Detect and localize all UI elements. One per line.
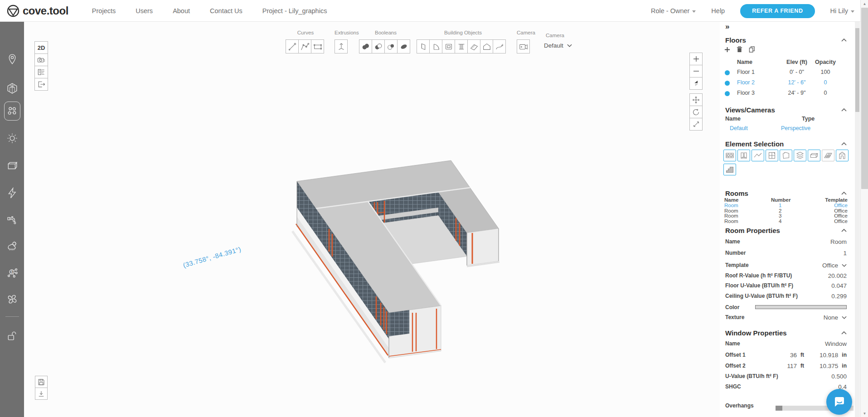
zoom-in-button[interactable] <box>689 53 703 65</box>
delete-floor-button[interactable] <box>737 46 742 53</box>
room-number[interactable]: 4 <box>779 218 781 224</box>
floor-elevation[interactable]: 24' - 9" <box>778 90 816 96</box>
sidebar-item-cost[interactable]: $ <box>0 263 24 281</box>
chevron-up-icon[interactable] <box>841 142 847 145</box>
floor-opacity[interactable]: 0 <box>811 90 839 96</box>
zoom-extents-button[interactable] <box>689 118 703 131</box>
chevron-up-icon[interactable] <box>841 331 847 335</box>
floor-row[interactable]: Floor 1 0' - 0" 100 <box>720 69 855 78</box>
sidebar-item-lock[interactable] <box>0 327 24 345</box>
covetool-logo[interactable]: cove.tool <box>6 4 68 18</box>
extrude-tool-button[interactable] <box>335 39 348 53</box>
offset2-ft[interactable]: 117 <box>787 363 797 369</box>
scroll-up-arrow[interactable]: ▲ <box>861 0 868 7</box>
floor-opacity[interactable]: 100 <box>811 69 839 75</box>
scroll-down-arrow[interactable]: ▼ <box>861 410 868 417</box>
chevron-up-icon[interactable] <box>841 108 847 112</box>
room-number[interactable]: 3 <box>779 213 781 218</box>
rectangle-tool-button[interactable] <box>311 39 324 53</box>
boolean-union-button[interactable] <box>359 39 372 53</box>
room-name[interactable]: Room <box>724 208 738 213</box>
download-button[interactable] <box>35 388 48 400</box>
user-menu[interactable]: Hi Lily <box>830 7 854 15</box>
room-template[interactable]: Office <box>834 208 848 213</box>
prop-value[interactable]: Room <box>830 238 847 245</box>
offset2-value[interactable]: 117ft 10.375in <box>787 363 847 369</box>
door-tool-button[interactable] <box>417 39 430 53</box>
model-canvas[interactable]: (33.758°, -84.391°) <box>24 22 720 417</box>
skylight-tool-button[interactable] <box>467 39 480 53</box>
room-template[interactable]: Office <box>834 218 848 224</box>
export-view-button[interactable] <box>34 78 48 91</box>
floor-row-selected[interactable]: Floor 2 12' - 6" 0 <box>720 79 855 88</box>
texture-dropdown[interactable]: None <box>824 314 847 321</box>
nav-item-projects[interactable]: Projects <box>92 7 116 15</box>
room-name[interactable]: Room <box>724 203 738 208</box>
chevron-up-icon[interactable] <box>841 39 847 42</box>
nav-item-project[interactable]: Project - Lily_graphics <box>262 7 327 15</box>
2d-view-button[interactable]: 2D <box>34 41 48 54</box>
pan-button[interactable] <box>689 93 703 106</box>
floor-elevation[interactable]: 0' - 0" <box>778 69 816 75</box>
nav-item-contact[interactable]: Contact Us <box>210 7 242 15</box>
floor-color-dot[interactable] <box>725 81 730 86</box>
select-windows-button[interactable] <box>766 150 778 161</box>
room-row[interactable]: Room 4 Office <box>724 218 848 224</box>
prop-value[interactable]: 0.047 <box>831 282 847 289</box>
floor-color-dot[interactable] <box>725 70 730 75</box>
select-grid-slab-button[interactable] <box>822 150 834 161</box>
floor-opacity[interactable]: 0 <box>811 79 839 86</box>
sidebar-item-hvac[interactable] <box>0 290 24 308</box>
add-floor-button[interactable] <box>724 47 730 53</box>
collapse-panel-button[interactable]: » <box>725 22 729 31</box>
nav-item-users[interactable]: Users <box>136 7 153 15</box>
sidebar-item-water[interactable] <box>0 210 24 228</box>
curve-arrow-tool-button[interactable] <box>493 39 506 53</box>
sidebar-item-room[interactable] <box>0 157 24 175</box>
floor-elevation[interactable]: 12' - 6" <box>778 79 816 86</box>
sidebar-item-geometry[interactable] <box>0 102 24 120</box>
floor-color-dot[interactable] <box>725 91 730 96</box>
sidebar-item-location[interactable] <box>0 50 24 68</box>
browser-scrollbar[interactable]: ▲ ▼ <box>860 0 868 417</box>
room-number[interactable]: 1 <box>779 203 781 208</box>
panel-scrollbar[interactable] <box>855 22 860 417</box>
add-camera-button[interactable] <box>517 39 530 53</box>
offset2-in[interactable]: 10.375 <box>820 363 838 369</box>
chevron-up-icon[interactable] <box>841 192 847 195</box>
orbit-button[interactable] <box>689 106 703 118</box>
view-name[interactable]: Default <box>730 125 748 131</box>
prop-value[interactable]: 1 <box>843 250 847 257</box>
offset1-value[interactable]: 36ft 10.918in <box>790 352 847 359</box>
floor-row[interactable]: Floor 3 24' - 9" 0 <box>720 90 855 99</box>
select-roofs-button[interactable] <box>752 150 764 161</box>
room-number[interactable]: 2 <box>779 208 781 213</box>
boolean-intersection-button[interactable] <box>384 39 398 53</box>
prop-value[interactable]: 0.500 <box>831 373 847 380</box>
prop-value[interactable]: 20.002 <box>828 272 847 279</box>
flip-view-button[interactable] <box>689 77 703 90</box>
sidebar-item-energy[interactable] <box>0 184 24 202</box>
door-swing-tool-button[interactable] <box>429 39 442 53</box>
room-color-swatch[interactable] <box>755 305 847 309</box>
select-stairs-button[interactable] <box>723 164 736 175</box>
floor-name[interactable]: Floor 3 <box>737 90 755 96</box>
zoom-out-button[interactable] <box>689 65 703 78</box>
line-tool-button[interactable] <box>286 39 299 53</box>
panel-scrollbar-thumb[interactable] <box>855 28 859 112</box>
room-name[interactable]: Room <box>724 213 738 218</box>
room-name[interactable]: Room <box>724 218 738 224</box>
room-row[interactable]: Room 3 Office <box>724 213 848 218</box>
sidebar-item-sun-study[interactable] <box>0 129 24 147</box>
sidebar-item-3d-model[interactable] <box>0 79 24 97</box>
select-spandrel-button[interactable] <box>808 150 820 161</box>
select-doors-button[interactable] <box>737 150 750 161</box>
offset1-ft[interactable]: 36 <box>790 352 797 359</box>
room-template[interactable]: Office <box>834 203 848 208</box>
template-dropdown[interactable]: Office <box>822 262 847 269</box>
horizontal-scrollbar-thumb[interactable] <box>776 406 782 411</box>
floor-name[interactable]: Floor 2 <box>737 79 755 86</box>
polyline-tool-button[interactable] <box>298 39 311 53</box>
boolean-merge-button[interactable] <box>397 39 410 53</box>
chevron-up-icon[interactable] <box>841 229 847 232</box>
